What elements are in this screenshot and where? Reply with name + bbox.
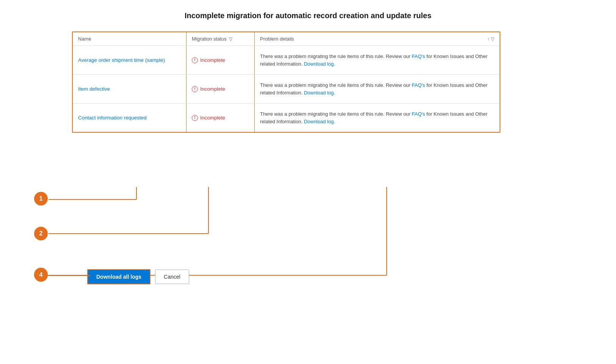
sort-icon[interactable]: ↑ — [487, 36, 489, 42]
table-row: Average order shipment time (sample) ! I… — [73, 46, 500, 75]
status-label-1: Incomplete — [200, 57, 225, 63]
status-filter-icon[interactable]: ▽ — [229, 36, 232, 42]
status-label-2: Incomplete — [200, 86, 225, 92]
detail-prefix-1: There was a problem migrating the rule i… — [260, 53, 412, 59]
page-title: Incomplete migration for automatic recor… — [23, 11, 593, 20]
warning-icon-1: ! — [192, 57, 198, 63]
table-row: Item defective ! Incomplete There was a … — [73, 75, 500, 104]
cell-status-2: ! Incomplete — [187, 75, 255, 103]
annotation-number-4: 4 — [39, 271, 43, 278]
cell-details-2: There was a problem migrating the rule i… — [255, 75, 500, 103]
faq-link-1[interactable]: FAQ's — [412, 53, 425, 59]
col-name-header: Name — [73, 32, 187, 46]
annotation-number-2: 2 — [39, 230, 43, 237]
faq-link-2[interactable]: FAQ's — [412, 82, 425, 88]
details-header-icons: ↑ ▽ — [487, 36, 494, 42]
faq-link-3[interactable]: FAQ's — [412, 111, 425, 117]
download-log-link-1[interactable]: Download log. — [304, 61, 335, 67]
warning-icon-3: ! — [192, 115, 198, 121]
download-log-link-3[interactable]: Download log. — [304, 119, 335, 124]
cell-details-3: There was a problem migrating the rule i… — [255, 104, 500, 132]
col-details-header: Problem details ↑ ▽ — [255, 32, 500, 46]
migration-table: Name Migration status ▽ Problem details … — [72, 31, 500, 133]
status-label-3: Incomplete — [200, 115, 225, 121]
cell-details-1: There was a problem migrating the rule i… — [255, 46, 500, 74]
details-header-label: Problem details — [260, 36, 294, 42]
warning-icon-2: ! — [192, 86, 198, 92]
status-header-label: Migration status — [192, 36, 227, 42]
download-all-button[interactable]: Download all logs — [87, 269, 150, 284]
download-log-link-2[interactable]: Download log. — [304, 90, 335, 96]
col-status-header: Migration status ▽ — [187, 32, 255, 46]
cell-name-2[interactable]: Item defective — [73, 75, 187, 103]
cell-name-1[interactable]: Average order shipment time (sample) — [73, 46, 187, 74]
annotation-number-1: 1 — [39, 195, 43, 202]
buttons-section: 4 Download all logs Cancel — [87, 269, 593, 284]
annotation-circle-1: 1 — [34, 192, 48, 206]
cell-name-3[interactable]: Contact information requested — [73, 104, 187, 132]
detail-prefix-3: There was a problem migrating the rule i… — [260, 111, 412, 117]
cell-status-3: ! Incomplete — [187, 104, 255, 132]
details-filter-icon[interactable]: ▽ — [491, 36, 494, 42]
table-row: Contact information requested ! Incomple… — [73, 104, 500, 132]
table-header: Name Migration status ▽ Problem details … — [73, 32, 500, 46]
cell-status-1: ! Incomplete — [187, 46, 255, 74]
annotation-circle-2: 2 — [34, 227, 48, 240]
detail-prefix-2: There was a problem migrating the rule i… — [260, 82, 412, 88]
annotation-circle-4: 4 — [34, 268, 48, 282]
cancel-button[interactable]: Cancel — [155, 270, 189, 284]
